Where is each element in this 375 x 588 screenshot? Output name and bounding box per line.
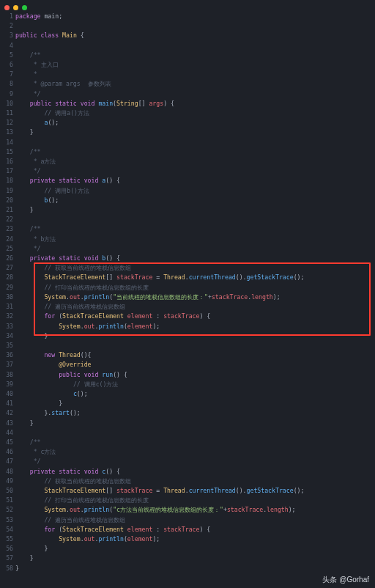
code-content: */ bbox=[15, 166, 375, 176]
line-number: 29 bbox=[0, 283, 15, 293]
code-line[interactable]: 30 System.out.println("当前线程的堆栈信息数组的长度："+… bbox=[0, 293, 375, 302]
line-number: 18 bbox=[0, 176, 15, 185]
code-line[interactable]: 44 bbox=[0, 428, 375, 438]
code-content: * b方法 bbox=[15, 235, 375, 244]
line-number: 25 bbox=[0, 244, 15, 254]
code-content: /** bbox=[15, 438, 375, 447]
minimize-icon[interactable] bbox=[13, 5, 18, 10]
code-line[interactable]: 46 * c方法 bbox=[0, 447, 375, 457]
maximize-icon[interactable] bbox=[22, 5, 27, 10]
line-number: 35 bbox=[0, 341, 15, 350]
code-content: }.start(); bbox=[15, 408, 375, 418]
close-icon[interactable] bbox=[4, 5, 10, 10]
code-line[interactable]: 21 } bbox=[0, 205, 375, 215]
code-content bbox=[15, 138, 375, 147]
line-number: 46 bbox=[0, 447, 15, 457]
line-number: 17 bbox=[0, 166, 15, 176]
code-line[interactable]: 43 } bbox=[0, 419, 375, 428]
code-content: public void run() { bbox=[15, 370, 375, 380]
code-line[interactable]: 52 System.out.println("c方法当前线程的堆栈信息数组的长度… bbox=[0, 505, 375, 515]
code-line[interactable]: 39 // 调用c()方法 bbox=[0, 380, 375, 389]
code-line[interactable]: 56 } bbox=[0, 544, 375, 554]
code-content bbox=[15, 215, 375, 224]
code-line[interactable]: 13 } bbox=[0, 128, 375, 137]
code-line[interactable]: 12 a(); bbox=[0, 118, 375, 128]
code-line[interactable]: 41 } bbox=[0, 399, 375, 408]
code-line[interactable]: 54 for (StackTraceElement element : stac… bbox=[0, 525, 375, 534]
code-line[interactable]: 15 /** bbox=[0, 147, 375, 157]
line-number: 6 bbox=[0, 60, 15, 70]
code-content: } bbox=[15, 331, 375, 341]
editor-window: 1package main;23public class Main {45 /*… bbox=[0, 0, 375, 588]
code-line[interactable]: 17 */ bbox=[0, 166, 375, 176]
code-content: /** bbox=[15, 224, 375, 234]
code-area[interactable]: 1package main;23public class Main {45 /*… bbox=[0, 12, 375, 572]
code-line[interactable]: 23 /** bbox=[0, 224, 375, 234]
code-line[interactable]: 5 /** bbox=[0, 51, 375, 60]
code-content: * 主入口 bbox=[15, 60, 375, 70]
code-content: StackTraceElement[] stackTrace = Thread.… bbox=[15, 486, 375, 496]
code-line[interactable]: 10 public static void main(String[] args… bbox=[0, 99, 375, 109]
code-line[interactable]: 49 // 获取当前线程的堆栈信息数组 bbox=[0, 477, 375, 486]
code-line[interactable]: 9 */ bbox=[0, 89, 375, 99]
code-line[interactable]: 8 * @param args 参数列表 bbox=[0, 79, 375, 89]
line-number: 13 bbox=[0, 128, 15, 137]
code-line[interactable]: 55 System.out.println(element); bbox=[0, 534, 375, 544]
code-line[interactable]: 6 * 主入口 bbox=[0, 60, 375, 70]
code-content: } bbox=[15, 544, 375, 554]
code-content: // 调用a()方法 bbox=[15, 109, 375, 118]
code-content: private static void c() { bbox=[15, 467, 375, 477]
code-content bbox=[15, 341, 375, 350]
code-line[interactable]: 45 /** bbox=[0, 438, 375, 447]
code-content: // 遍历当前线程堆栈信息数组 bbox=[15, 515, 375, 525]
code-line[interactable]: 16 * a方法 bbox=[0, 157, 375, 166]
code-line[interactable]: 22 bbox=[0, 215, 375, 224]
code-line[interactable]: 27 // 获取当前线程的堆栈信息数组 bbox=[0, 263, 375, 273]
code-line[interactable]: 38 public void run() { bbox=[0, 370, 375, 380]
code-line[interactable]: 33 System.out.println(element); bbox=[0, 322, 375, 331]
code-line[interactable]: 11 // 调用a()方法 bbox=[0, 109, 375, 118]
code-line[interactable]: 1package main; bbox=[0, 12, 375, 21]
code-content: // 打印当前线程的堆栈信息数组的长度 bbox=[15, 496, 375, 505]
code-line[interactable]: 25 */ bbox=[0, 244, 375, 254]
code-line[interactable]: 18 private static void a() { bbox=[0, 176, 375, 185]
code-content: * c方法 bbox=[15, 447, 375, 457]
code-line[interactable]: 7 * bbox=[0, 70, 375, 79]
code-line[interactable]: 3public class Main { bbox=[0, 31, 375, 40]
code-line[interactable]: 37 @Override bbox=[0, 360, 375, 370]
line-number: 4 bbox=[0, 41, 15, 51]
code-line[interactable]: 53 // 遍历当前线程堆栈信息数组 bbox=[0, 515, 375, 525]
code-line[interactable]: 34 } bbox=[0, 331, 375, 341]
code-content: /** bbox=[15, 147, 375, 157]
code-line[interactable]: 20 b(); bbox=[0, 196, 375, 205]
code-line[interactable]: 26 private static void b() { bbox=[0, 254, 375, 263]
code-content: // 获取当前线程的堆栈信息数组 bbox=[15, 477, 375, 486]
code-content: System.out.println(element); bbox=[15, 322, 375, 331]
code-content: // 调用b()方法 bbox=[15, 186, 375, 196]
code-line[interactable]: 40 c(); bbox=[0, 389, 375, 399]
line-number: 1 bbox=[0, 12, 15, 21]
code-line[interactable]: 50 StackTraceElement[] stackTrace = Thre… bbox=[0, 486, 375, 496]
code-line[interactable]: 51 // 打印当前线程的堆栈信息数组的长度 bbox=[0, 496, 375, 505]
code-line[interactable]: 48 private static void c() { bbox=[0, 467, 375, 477]
line-number: 8 bbox=[0, 79, 15, 89]
code-line[interactable]: 19 // 调用b()方法 bbox=[0, 186, 375, 196]
code-line[interactable]: 32 for (StackTraceElement element : stac… bbox=[0, 312, 375, 321]
code-line[interactable]: 31 // 遍历当前线程堆栈信息数组 bbox=[0, 302, 375, 312]
code-line[interactable]: 47 */ bbox=[0, 457, 375, 466]
code-line[interactable]: 24 * b方法 bbox=[0, 235, 375, 244]
code-line[interactable]: 29 // 打印当前线程的堆栈信息数组的长度 bbox=[0, 283, 375, 293]
code-line[interactable]: 58} bbox=[0, 564, 375, 573]
code-line[interactable]: 57 } bbox=[0, 554, 375, 563]
line-number: 9 bbox=[0, 89, 15, 99]
code-line[interactable]: 4 bbox=[0, 41, 375, 51]
code-line[interactable]: 35 bbox=[0, 341, 375, 350]
code-line[interactable]: 36 new Thread(){ bbox=[0, 350, 375, 360]
code-line[interactable]: 28 StackTraceElement[] stackTrace = Thre… bbox=[0, 273, 375, 282]
code-line[interactable]: 2 bbox=[0, 21, 375, 31]
code-line[interactable]: 42 }.start(); bbox=[0, 408, 375, 418]
code-content: } bbox=[15, 399, 375, 408]
code-content: for (StackTraceElement element : stackTr… bbox=[15, 525, 375, 534]
code-line[interactable]: 14 bbox=[0, 138, 375, 147]
line-number: 27 bbox=[0, 263, 15, 273]
